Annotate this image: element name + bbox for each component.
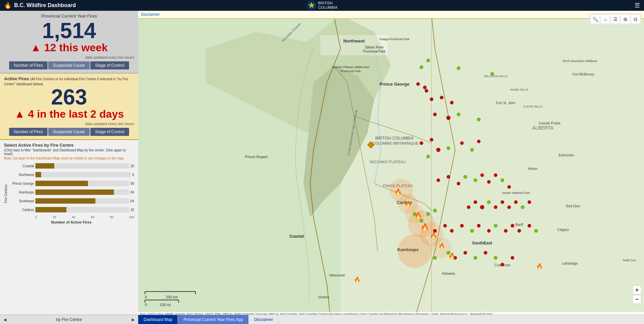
svg-point-56 [450, 101, 454, 104]
svg-text:🔥: 🔥 [438, 243, 445, 249]
header: 🔥 B.C. Wildfire Dashboard BRITISHCOLUMBI… [0, 0, 644, 11]
active-update: data updated every two hours [4, 122, 134, 126]
svg-point-84 [501, 201, 504, 204]
provincial-tab-stage[interactable]: Stage of Control [90, 61, 129, 69]
svg-point-71 [457, 182, 460, 185]
bar-row-prince-george[interactable]: Prince George56 [8, 180, 134, 186]
map-area[interactable]: Disclaimer Northwe [138, 11, 644, 324]
zoom-out-button[interactable]: − [633, 295, 641, 304]
tab-dashboard-map[interactable]: Dashboard Map [138, 315, 178, 324]
svg-point-49 [457, 66, 460, 70]
svg-point-69 [437, 179, 440, 182]
search-tool[interactable]: 🔍 [590, 14, 600, 24]
svg-text:Gaaga Provincial Park: Gaaga Provincial Park [379, 37, 410, 41]
list-tool[interactable]: ☰ [611, 14, 620, 24]
chart-section: Select Active Fires by Fire Centre (Clic… [0, 140, 138, 315]
bar-row-coastal[interactable]: Coastal20 [8, 163, 134, 169]
svg-point-60 [477, 118, 481, 121]
grid-tool[interactable]: ⊟ [631, 14, 640, 24]
nav-left-arrow[interactable]: ◄ [3, 317, 7, 322]
svg-point-110 [474, 256, 477, 260]
chart-title: Select Active Fires by Fire Centre [4, 143, 134, 148]
svg-point-100 [528, 224, 531, 228]
svg-point-79 [467, 206, 470, 209]
active-days-change: ▲ 4 in the last 2 days [4, 108, 134, 120]
svg-text:Red Deer: Red Deer [566, 204, 580, 208]
active-tab-stage[interactable]: Stage of Control [90, 128, 129, 136]
tab-disclaimer[interactable]: Disclaimer [249, 315, 279, 324]
bar-row-northwest[interactable]: Northwest6 [8, 172, 134, 178]
svg-text:🔥: 🔥 [421, 223, 429, 231]
bar-fill [35, 189, 114, 195]
svg-point-113 [501, 263, 504, 266]
bar-row-cariboo[interactable]: Cariboo33 [8, 207, 134, 213]
zoom-in-button[interactable]: + [633, 286, 641, 294]
bar-label: Cariboo [8, 208, 35, 212]
svg-point-111 [484, 251, 487, 255]
svg-point-83 [494, 206, 497, 209]
svg-point-94 [477, 224, 481, 228]
provincial-tabs: Number of Fires Suspected Cause Stage of… [4, 61, 134, 69]
svg-text:Victoria: Victoria [318, 295, 330, 299]
svg-point-73 [474, 179, 477, 182]
svg-point-68 [477, 140, 481, 143]
svg-text:Calgary: Calgary [557, 228, 569, 232]
svg-point-51 [417, 82, 420, 86]
provincial-tab-cause[interactable]: Suspected Cause [48, 61, 90, 69]
svg-point-50 [491, 72, 494, 76]
map-background-svg: Northwest Prince George ALBERTA BRITISH … [138, 19, 644, 315]
svg-point-62 [430, 138, 433, 141]
svg-point-86 [514, 201, 518, 204]
map-canvas[interactable]: Northwest Prince George ALBERTA BRITISH … [138, 19, 644, 315]
svg-text:Fort St. John: Fort St. John [496, 101, 515, 105]
bar-fill [35, 207, 66, 212]
tab-provincial-fires-app[interactable]: Provincial Current Year Fires App [178, 315, 249, 324]
bar-background [35, 189, 129, 195]
home-tool[interactable]: ⌂ [601, 14, 610, 24]
svg-text:MILLIGAN HILLS: MILLIGAN HILLS [484, 75, 508, 78]
chart-subtitle: (Click bars to filter "dashboards" and D… [4, 148, 134, 156]
active-tab-number[interactable]: Number of Fires [9, 128, 48, 136]
svg-point-67 [470, 148, 474, 151]
svg-point-61 [420, 141, 423, 145]
bar-row-southeast[interactable]: Southeast64 [8, 198, 134, 204]
svg-text:🔥: 🔥 [430, 232, 437, 239]
svg-text:🔥: 🔥 [536, 263, 543, 269]
svg-point-76 [494, 174, 497, 177]
bar-row-kamloops[interactable]: Kamloops84 [8, 189, 134, 195]
left-panel: Provincial Current Year Fires 1,514 ▲ 12… [0, 11, 138, 324]
svg-point-106 [433, 256, 437, 260]
map-toolbar: 🔍 ⌂ ☰ ⊞ ⊟ [589, 13, 641, 25]
bar-fill [35, 181, 88, 186]
bc-logo: BRITISHCOLUMBIA [307, 1, 337, 10]
nav-right-arrow[interactable]: ► [131, 317, 135, 322]
provincial-week-change: ▲ 12 this week [4, 41, 134, 54]
provincial-count: 1,514 [4, 20, 134, 41]
svg-point-78 [508, 185, 511, 189]
provincial-tab-number[interactable]: Number of Fires [9, 61, 48, 69]
svg-text:Swift Curr...: Swift Curr... [623, 259, 639, 262]
bar-value: 64 [130, 199, 134, 203]
svg-point-97 [504, 229, 508, 233]
bar-background [35, 198, 129, 204]
bottom-nav: ◄ by Fire Centre ► [0, 315, 138, 324]
svg-point-93 [470, 229, 474, 233]
svg-text:Kelowna: Kelowna [442, 272, 455, 275]
provincial-title: Provincial Current Year Fires [4, 13, 134, 19]
svg-text:🔥: 🔥 [394, 188, 402, 196]
disclaimer-bar[interactable]: Disclaimer [138, 11, 644, 19]
svg-text:Lethbridge: Lethbridge [562, 262, 578, 265]
layers-tool[interactable]: ⊞ [621, 14, 630, 24]
svg-point-46 [398, 234, 432, 268]
svg-text:Vancouver: Vancouver [329, 273, 345, 277]
svg-point-101 [534, 229, 538, 233]
svg-text:Birch Mountains Wildland: Birch Mountains Wildland [563, 59, 597, 63]
svg-point-98 [511, 224, 514, 228]
svg-point-109 [464, 251, 467, 255]
svg-text:HAWK HILLS: HAWK HILLS [510, 88, 528, 91]
main-content: Provincial Current Year Fires 1,514 ▲ 12… [0, 11, 644, 324]
active-tab-cause[interactable]: Suspected Cause [48, 128, 90, 136]
bottom-tabs: Dashboard Map Provincial Current Year Fi… [138, 315, 644, 324]
menu-icon[interactable]: ☰ [635, 2, 640, 9]
svg-point-64 [427, 155, 430, 158]
